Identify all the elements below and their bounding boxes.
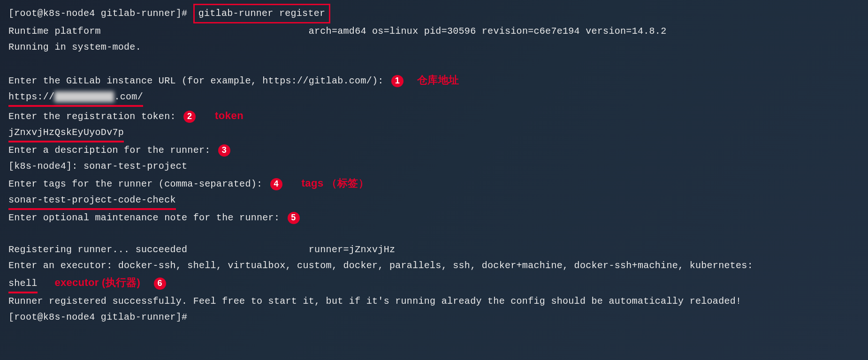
step2-label: token: [215, 110, 244, 121]
command-highlight-box: gitlab-runner register: [193, 4, 331, 23]
blank-line-2: [8, 226, 860, 242]
step3-value-line: [k8s-node4]: sonar-test-project: [8, 158, 860, 174]
step3-prompt: Enter a description for the runner:: [8, 145, 211, 156]
blank-line-1: [8, 55, 860, 71]
step3-badge: 3: [218, 144, 230, 157]
step3-prompt-line: Enter a description for the runner: 3: [8, 142, 860, 158]
runtime-spacer: [101, 26, 309, 37]
step4-value: sonar-test-project-code-check: [8, 192, 176, 210]
step2-value-line: jZnxvjHzQskEyUyoDv7p: [8, 125, 860, 142]
step5-prompt-line: Enter optional maintenance note for the …: [8, 210, 860, 226]
prompt-line-2: [root@k8s-node4 gitlab-runner]#: [8, 309, 860, 325]
step1-prompt: Enter the GitLab instance URL (for examp…: [8, 75, 384, 86]
url-post: .com/: [114, 91, 143, 102]
step2-prompt: Enter the registration token:: [8, 111, 176, 122]
command-text: gitlab-runner register: [198, 8, 326, 19]
step1-badge: 1: [391, 75, 404, 87]
step1-url-underline: https://g** r****h.com/: [8, 89, 143, 107]
running-mode-line: Running in system-mode.: [8, 39, 860, 55]
url-censored: g** r****h: [54, 91, 114, 102]
step6-line: shell executor (执行器) 6: [8, 274, 860, 293]
prompt-line-1: [root@k8s-node4 gitlab-runner]# gitlab-r…: [8, 4, 860, 23]
step5-prompt: Enter optional maintenance note for the …: [8, 212, 280, 223]
runtime-platform-line: Runtime platform arch=amd64 os=linux pid…: [8, 23, 860, 39]
executor-prompt-line: Enter an executor: docker-ssh, shell, vi…: [8, 258, 860, 274]
step4-prompt: Enter tags for the runner (comma-separat…: [8, 179, 262, 189]
shell-prompt: [root@k8s-node4 gitlab-runner]#: [8, 8, 193, 19]
runtime-info: arch=amd64 os=linux pid=30596 revision=c…: [309, 26, 667, 37]
registering-text: Registering runner... succeeded: [8, 244, 187, 255]
success-line: Runner registered successfully. Feel fre…: [8, 293, 860, 309]
step4-label: tags （标签）: [302, 177, 369, 189]
registering-spacer: [187, 244, 308, 255]
step1-prompt-line: Enter the GitLab instance URL (for examp…: [8, 71, 860, 89]
runtime-label: Runtime platform: [8, 26, 101, 37]
step4-prompt-line: Enter tags for the runner (comma-separat…: [8, 174, 860, 192]
url-pre: https://: [8, 91, 54, 102]
step4-badge: 4: [270, 178, 282, 190]
step4-value-line: sonar-test-project-code-check: [8, 192, 860, 210]
step1-label: 仓库地址: [417, 74, 459, 86]
step5-badge: 5: [288, 212, 300, 224]
registering-runner: runner=jZnxvjHz: [309, 244, 396, 255]
step6-label: executor (执行器): [54, 277, 140, 288]
step6-value: shell: [8, 276, 38, 293]
step2-badge: 2: [183, 111, 196, 123]
step2-value: jZnxvjHzQskEyUyoDv7p: [8, 125, 124, 142]
step2-prompt-line: Enter the registration token: 2 token: [8, 107, 860, 125]
registering-line: Registering runner... succeeded runner=j…: [8, 242, 860, 258]
step1-value-line: https://g** r****h.com/: [8, 89, 860, 107]
step6-badge: 6: [154, 278, 166, 290]
